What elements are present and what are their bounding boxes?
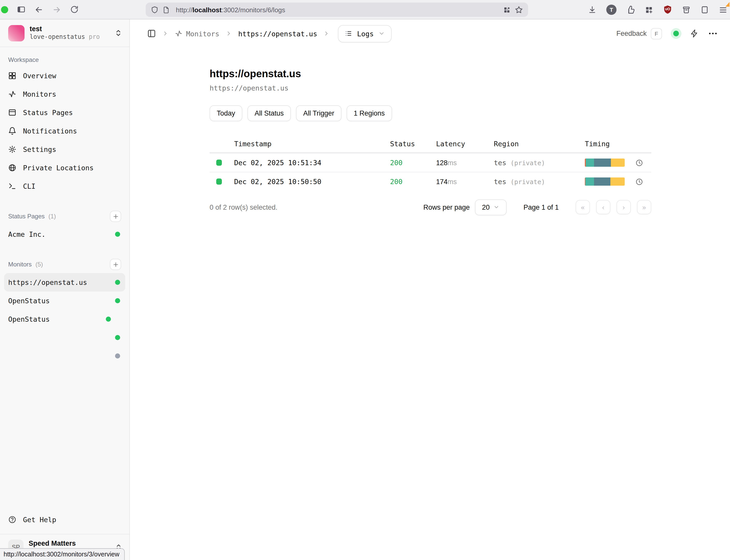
cell-timing: [585, 177, 651, 186]
clock-icon[interactable]: [635, 159, 643, 166]
page-actions-icon[interactable]: [503, 6, 511, 14]
zap-icon[interactable]: [690, 29, 699, 38]
address-bar[interactable]: http://localhost:3002/monitors/6/logs: [146, 3, 528, 17]
sidebar-item-monitors[interactable]: Monitors: [4, 85, 125, 103]
get-help-button[interactable]: Get Help: [4, 510, 125, 529]
add-status-page-button[interactable]: [110, 211, 121, 222]
grid-icon: [8, 72, 16, 80]
sidebar-item-monitor[interactable]: OpenStatus: [4, 310, 125, 328]
status-dot: [115, 298, 120, 303]
workspace-switcher[interactable]: test love-openstatus pro: [0, 19, 129, 47]
feedback-button[interactable]: Feedback: [616, 30, 647, 37]
table-header: Timestamp Status Latency Region Timing: [210, 135, 651, 153]
chevron-right-icon: [323, 30, 330, 37]
screen: http://localhost:3002/monitors/6/logs T …: [0, 0, 730, 560]
breadcrumb-monitor-name[interactable]: https://openstat.us: [238, 29, 317, 38]
chevron-down-icon: [493, 204, 499, 210]
table-footer: 0 of 2 row(s) selected. Rows per page 20…: [210, 198, 651, 216]
add-monitor-button[interactable]: [110, 259, 121, 270]
device-icon[interactable]: [700, 5, 709, 14]
terminal-icon: [8, 182, 16, 190]
column-latency: Latency: [436, 139, 494, 148]
ublock-icon[interactable]: uO: [663, 5, 672, 15]
feedback-shortcut-badge: F: [651, 28, 662, 39]
sidebar-item-monitor[interactable]: https://openstat.us: [4, 273, 125, 292]
sidebar-item-monitor[interactable]: [4, 347, 125, 365]
sidebar-item-monitor[interactable]: OpenStatus: [4, 292, 125, 310]
filter-date-button[interactable]: Today: [210, 105, 242, 121]
workspace-section-label: Workspace: [4, 52, 125, 66]
extensions-icon[interactable]: [645, 5, 653, 14]
column-timing: Timing: [585, 139, 651, 148]
column-timestamp: Timestamp: [234, 139, 390, 148]
page-info: Page 1 of 1: [523, 203, 559, 211]
container-icon[interactable]: [682, 5, 691, 14]
downloads-icon[interactable]: [588, 5, 597, 14]
more-options-button[interactable]: [708, 33, 718, 34]
sidebar-item-settings[interactable]: Settings: [4, 140, 125, 159]
sidebar-item-notifications[interactable]: Notifications: [4, 122, 125, 140]
filter-regions-button[interactable]: 1 Regions: [347, 105, 392, 121]
reload-icon[interactable]: [70, 5, 79, 14]
status-indicator: [216, 160, 222, 166]
back-icon[interactable]: [34, 5, 43, 14]
page-info-icon[interactable]: [163, 6, 170, 14]
sidebar-item-cli[interactable]: CLI: [4, 177, 125, 195]
status-dot: [106, 317, 111, 322]
status-dot: [115, 280, 120, 285]
monitors-section-label: Monitors (5): [4, 255, 125, 273]
forward-icon[interactable]: [52, 5, 61, 14]
clock-icon[interactable]: [635, 178, 643, 185]
last-page-button[interactable]: »: [637, 200, 651, 214]
chevron-down-icon: [378, 30, 385, 37]
browser-sidebar-toggle-icon[interactable]: [17, 5, 26, 14]
activity-icon: [175, 30, 183, 37]
breadcrumb: Monitors https://openstat.us Logs: [147, 25, 391, 42]
tracking-shield-icon[interactable]: [151, 6, 159, 14]
sidebar-item-status-pages[interactable]: Status Pages: [4, 103, 125, 122]
view-selector[interactable]: Logs: [338, 25, 391, 42]
sidebar-item-overview[interactable]: Overview: [4, 66, 125, 85]
status-dot: [115, 335, 120, 340]
chevrons-up-down-icon: [115, 29, 122, 37]
cell-status: 200: [390, 159, 436, 167]
list-icon: [345, 30, 353, 37]
status-dot: [115, 353, 120, 359]
user-name: Speed Matters: [29, 539, 110, 548]
main-panel: Monitors https://openstat.us Logs Feedba…: [130, 19, 730, 560]
table-row[interactable]: Dec 02, 2025 10:50:50 200 174ms tes (pri…: [210, 172, 651, 191]
sidebar: test love-openstatus pro Workspace Overv…: [0, 19, 130, 560]
sidebar-item-status-page[interactable]: Acme Inc.: [4, 225, 125, 243]
status-indicator: [216, 178, 222, 185]
panel-top-icon: [8, 108, 16, 117]
sidebar-item-private-locations[interactable]: Private Locations: [4, 159, 125, 177]
workspace-plan: love-openstatus pro: [30, 33, 109, 41]
sidebar-item-monitor[interactable]: [4, 328, 125, 347]
filter-status-button[interactable]: All Status: [248, 105, 291, 121]
uptime-status-dot[interactable]: [673, 31, 679, 36]
window-traffic-light[interactable]: [1, 6, 8, 13]
extension-thumb-icon[interactable]: [626, 5, 635, 14]
help-circle-icon: [8, 516, 16, 524]
cell-timing: [585, 159, 651, 167]
prev-page-button[interactable]: ‹: [596, 200, 610, 214]
workspace-avatar: [8, 25, 25, 41]
breadcrumb-monitors[interactable]: Monitors: [175, 29, 219, 38]
bookmark-star-icon[interactable]: [515, 6, 523, 14]
app-menu-icon[interactable]: [719, 5, 727, 14]
chevron-right-icon: [162, 30, 169, 37]
next-page-button[interactable]: ›: [616, 200, 631, 214]
page-content: https://openstat.us https://openstat.us …: [130, 48, 730, 216]
table-row[interactable]: Dec 02, 2025 10:51:34 200 128ms tes (pri…: [210, 153, 651, 172]
rows-per-page-label: Rows per page: [423, 203, 470, 211]
timing-bar: [585, 177, 625, 186]
cell-latency: 174ms: [436, 178, 494, 185]
rows-per-page-select[interactable]: 20: [475, 199, 507, 215]
first-page-button[interactable]: «: [576, 200, 590, 214]
sidebar-panel-toggle-icon[interactable]: [147, 29, 156, 38]
page-title: https://openstat.us: [210, 67, 730, 80]
url-text: http://localhost:3002/monitors/6/logs: [174, 6, 499, 14]
filter-trigger-button[interactable]: All Trigger: [296, 105, 342, 121]
profile-avatar[interactable]: T: [606, 5, 616, 15]
menu-update-badge: [725, 2, 729, 6]
